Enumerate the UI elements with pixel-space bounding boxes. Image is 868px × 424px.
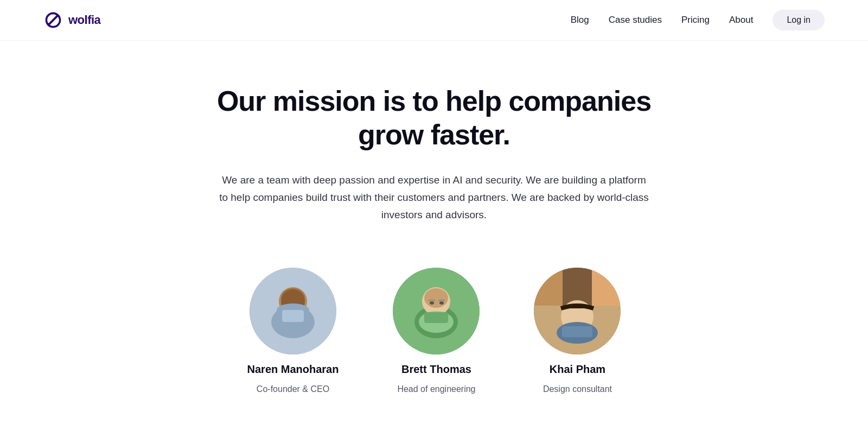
main-content: Our mission is to help companies grow fa… [0,41,868,424]
nav-pricing[interactable]: Pricing [681,15,710,26]
team-member-khai: Khai Pham Design consultant [534,268,621,394]
logo-text: wolfia [68,13,100,27]
nav-blog[interactable]: Blog [571,15,589,26]
avatar-khai [534,268,621,355]
avatar-brett-image [393,268,480,355]
member-name-brett: Brett Thomas [401,363,471,376]
logo-link[interactable]: wolfia [43,10,100,30]
svg-rect-13 [424,312,448,323]
team-grid: Naren Manoharan Co-founder & CEO [247,268,621,394]
svg-rect-7 [282,310,304,322]
avatar-khai-image [534,268,621,355]
wolfia-logo-icon [43,10,63,30]
svg-point-15 [439,301,444,305]
login-button[interactable]: Log in [773,10,825,30]
team-member-naren: Naren Manoharan Co-founder & CEO [247,268,339,394]
team-member-brett: Brett Thomas Head of engineering [393,268,480,394]
svg-rect-19 [563,268,592,306]
svg-rect-23 [562,326,592,337]
nav-links: Blog Case studies Pricing About Log in [571,10,825,30]
member-role-brett: Head of engineering [397,384,475,394]
member-name-khai: Khai Pham [550,363,605,376]
navbar: wolfia Blog Case studies Pricing About L… [0,0,868,41]
nav-case-studies[interactable]: Case studies [609,15,662,26]
svg-rect-20 [592,268,621,306]
hero-description: We are a team with deep passion and expe… [217,172,651,224]
avatar-brett [393,268,480,355]
nav-about[interactable]: About [729,15,753,26]
svg-rect-18 [534,268,563,306]
avatar-naren-image [250,268,336,355]
member-name-naren: Naren Manoharan [247,363,339,376]
svg-point-11 [424,288,448,308]
member-role-naren: Co-founder & CEO [257,384,329,394]
member-role-khai: Design consultant [543,384,612,394]
svg-point-14 [430,301,434,305]
hero-title: Our mission is to help companies grow fa… [190,84,678,152]
avatar-naren [250,268,336,355]
